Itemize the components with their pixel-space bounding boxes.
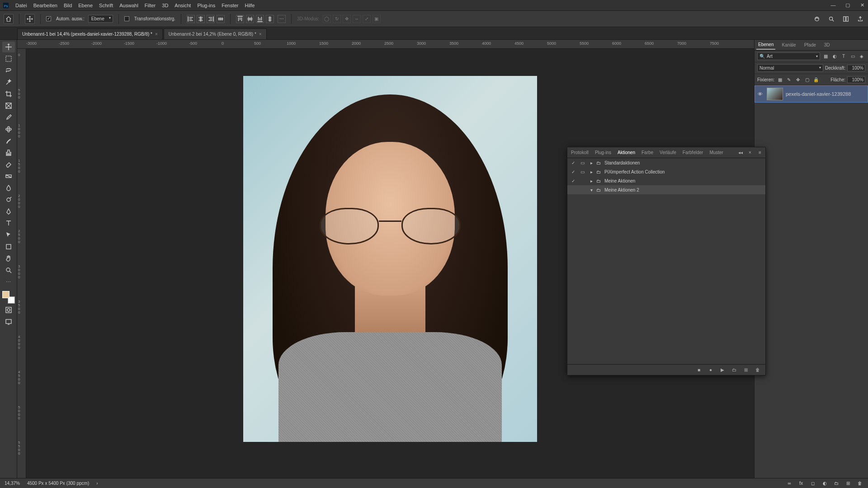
wand-tool[interactable] — [2, 77, 15, 88]
menu-datei[interactable]: Datei — [15, 3, 27, 8]
cloud-docs-icon[interactable] — [813, 15, 821, 23]
align-center-h-icon[interactable] — [197, 15, 205, 23]
action-play-icon[interactable]: ▶ — [719, 367, 726, 372]
crop-tool[interactable] — [2, 89, 15, 99]
action-expand-icon[interactable]: ▾ — [587, 188, 595, 192]
maximize-button[interactable]: ▢ — [844, 2, 851, 8]
layer-filter-dropdown[interactable]: 🔍 Art ▾ — [757, 52, 820, 60]
action-set-row[interactable]: ✓▭▸🗀Standardaktionen — [567, 158, 765, 167]
align-center-v-icon[interactable] — [246, 15, 254, 23]
lock-all-icon[interactable]: 🔒 — [812, 76, 820, 83]
status-fx-icon[interactable]: fx — [797, 481, 805, 486]
status-link-icon[interactable]: ∞ — [786, 481, 793, 486]
menu-schrift[interactable]: Schrift — [99, 3, 113, 8]
dodge-tool[interactable] — [2, 194, 15, 205]
action-dialog-icon[interactable]: ▭ — [578, 160, 586, 165]
frame-tool[interactable] — [2, 100, 15, 111]
tab-kanaele[interactable]: Kanäle — [780, 41, 797, 49]
tab-aktionen[interactable]: Aktionen — [617, 148, 636, 157]
marquee-tool[interactable] — [2, 53, 15, 64]
blur-tool[interactable] — [2, 183, 15, 193]
align-bottom-icon[interactable] — [256, 15, 264, 23]
status-mask-icon[interactable]: ◻ — [809, 481, 816, 486]
action-set-row[interactable]: ▾🗀Meine Aktionen 2 — [567, 185, 765, 194]
menu-hilfe[interactable]: Hilfe — [245, 3, 255, 8]
action-toggle-icon[interactable]: ✓ — [569, 160, 577, 165]
align-left-icon[interactable] — [187, 15, 195, 23]
action-new-set-icon[interactable]: 🗀 — [731, 367, 737, 372]
lock-transparent-icon[interactable]: ▦ — [776, 76, 783, 83]
doc-info[interactable]: 4500 Px x 5400 Px (300 ppcm) — [27, 481, 89, 486]
layer-row[interactable]: 👁 pexels-daniel-xavier-1239288 — [755, 85, 868, 103]
align-top-icon[interactable] — [236, 15, 244, 23]
status-group-icon[interactable]: 🗀 — [833, 481, 840, 486]
action-dialog-icon[interactable]: ▭ — [578, 169, 586, 174]
menu-filter[interactable]: Filter — [145, 3, 156, 8]
hand-tool[interactable] — [2, 253, 15, 264]
tab-verlaeufe[interactable]: Verläufe — [659, 148, 677, 157]
menu-auswahl[interactable]: Auswahl — [119, 3, 138, 8]
quickmask-tool[interactable] — [2, 305, 15, 315]
tab-plugins[interactable]: Plug-ins — [594, 148, 612, 157]
pen-tool[interactable] — [2, 206, 15, 217]
close-button[interactable]: ✕ — [859, 2, 865, 8]
lock-pixels-icon[interactable]: ✎ — [785, 76, 793, 83]
path-select-tool[interactable] — [2, 230, 15, 240]
lasso-tool[interactable] — [2, 65, 15, 76]
tab-pfade[interactable]: Pfade — [802, 41, 818, 49]
gradient-tool[interactable] — [2, 171, 15, 182]
menu-ebene[interactable]: Ebene — [78, 3, 93, 8]
auto-select-dropdown[interactable]: Ebene — [88, 15, 113, 23]
action-expand-icon[interactable]: ▸ — [587, 169, 595, 174]
action-expand-icon[interactable]: ▸ — [587, 178, 595, 183]
menu-3d[interactable]: 3D — [162, 3, 168, 8]
layer-name[interactable]: pexels-daniel-xavier-1239288 — [786, 91, 851, 97]
panel-close-icon[interactable]: × — [747, 148, 753, 157]
shape-tool[interactable] — [2, 241, 15, 252]
filter-pixel-icon[interactable]: ▦ — [822, 53, 829, 60]
tab-ebenen[interactable]: Ebenen — [756, 40, 775, 50]
distribute-h-icon[interactable] — [217, 15, 225, 23]
filter-adjust-icon[interactable]: ◐ — [831, 53, 838, 60]
filter-type-icon[interactable]: T — [840, 53, 847, 60]
screenmode-tool[interactable] — [2, 316, 15, 327]
zoom-level[interactable]: 14,37% — [5, 481, 20, 486]
edit-toolbar-icon[interactable]: ⋯ — [2, 277, 15, 287]
filter-shape-icon[interactable]: ▭ — [849, 53, 856, 60]
eyedropper-tool[interactable] — [2, 112, 15, 123]
distribute-v-icon[interactable] — [266, 15, 274, 23]
lock-position-icon[interactable]: ✥ — [794, 76, 802, 83]
panel-collapse-icon[interactable]: ◂◂ — [737, 148, 743, 157]
action-toggle-icon[interactable]: ✓ — [569, 178, 577, 183]
auto-select-checkbox[interactable] — [46, 16, 51, 21]
action-record-icon[interactable]: ● — [708, 367, 714, 372]
share-icon[interactable] — [856, 15, 864, 23]
menu-fenster[interactable]: Fenster — [222, 3, 238, 8]
layer-visibility-icon[interactable]: 👁 — [758, 91, 764, 97]
search-icon[interactable] — [827, 15, 835, 23]
document-tab-1-close[interactable]: × — [155, 32, 158, 37]
document-tab-1[interactable]: Unbenannt-1 bei 14,4% (pexels-daniel-xav… — [17, 28, 163, 39]
more-align-icon[interactable]: ⋯ — [278, 15, 286, 23]
blend-mode-dropdown[interactable]: Normal — [757, 64, 823, 72]
opacity-value[interactable]: 100% — [847, 65, 865, 71]
fill-value[interactable]: 100% — [847, 76, 865, 83]
type-tool[interactable] — [2, 218, 15, 229]
action-set-row[interactable]: ✓▸🗀Meine Aktionen — [567, 176, 765, 185]
menu-plugins[interactable]: Plug-ins — [197, 3, 215, 8]
stamp-tool[interactable] — [2, 147, 15, 158]
action-new-icon[interactable]: ⊞ — [743, 367, 749, 372]
menu-bild[interactable]: Bild — [64, 3, 72, 8]
zoom-tool[interactable] — [2, 265, 15, 276]
action-toggle-icon[interactable]: ✓ — [569, 169, 577, 174]
document-tab-2-close[interactable]: × — [259, 32, 262, 37]
minimize-button[interactable]: — — [830, 2, 836, 8]
lock-artboard-icon[interactable]: ▢ — [803, 76, 811, 83]
tab-muster[interactable]: Muster — [708, 148, 724, 157]
status-adjust-icon[interactable]: ◐ — [821, 481, 828, 486]
status-new-icon[interactable]: ⊞ — [844, 481, 852, 486]
tab-3d[interactable]: 3D — [822, 41, 832, 49]
menu-bearbeiten[interactable]: Bearbeiten — [33, 3, 57, 8]
panel-menu-icon[interactable]: ≡ — [757, 148, 763, 157]
brush-tool[interactable] — [2, 136, 15, 146]
